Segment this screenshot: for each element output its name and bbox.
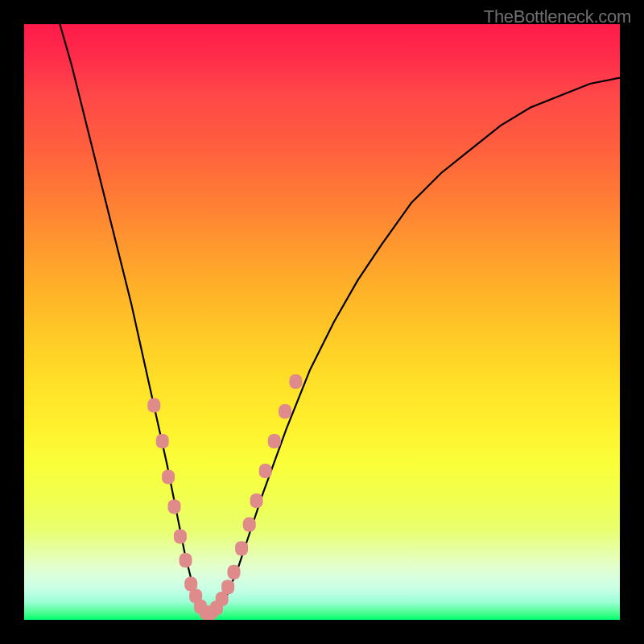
curve-marker xyxy=(259,464,272,478)
curve-marker xyxy=(268,434,281,448)
attribution-label: TheBottleneck.com xyxy=(484,6,631,27)
curve-markers xyxy=(147,374,302,620)
curve-marker xyxy=(168,499,181,514)
curve-marker xyxy=(174,529,187,543)
curve-marker xyxy=(147,398,160,413)
curve-marker xyxy=(235,541,248,555)
curve-marker xyxy=(243,518,256,532)
curve-marker xyxy=(289,374,302,389)
bottleneck-curve xyxy=(60,24,620,614)
curve-marker xyxy=(180,553,192,568)
plot-area xyxy=(24,24,620,620)
chart-container: TheBottleneck.com xyxy=(0,0,644,644)
curve-marker xyxy=(279,404,291,419)
curve-marker xyxy=(221,580,234,594)
curve-marker xyxy=(250,493,263,508)
curve-marker xyxy=(228,565,241,580)
chart-svg xyxy=(24,24,620,620)
curve-marker xyxy=(162,469,175,484)
curve-marker xyxy=(156,434,169,448)
